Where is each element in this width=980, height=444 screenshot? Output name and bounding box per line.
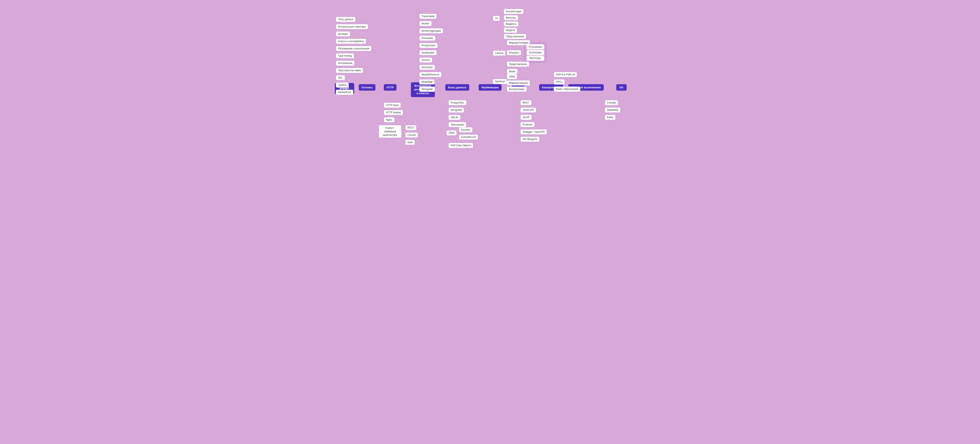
builtin-item: Generator — [419, 65, 435, 70]
builtin-item: WeakReference — [419, 72, 442, 77]
fw-symfony: Symfony — [493, 79, 507, 84]
http-item: Nginx — [384, 117, 395, 122]
laravel-eloquent: Eloquent — [507, 50, 521, 56]
bg-item: RabbitMQ — [605, 107, 620, 113]
builtin-item: IteratorAggregate — [419, 28, 443, 33]
db-pdo: PHP Data Objects — [449, 143, 473, 148]
symfony-item: Маршрутизация — [507, 80, 530, 86]
builtin-item: ArrayAccess — [419, 43, 438, 48]
fw-yii: Yii — [493, 16, 500, 21]
builtin-item: Throwable — [419, 35, 436, 41]
eloquent-item: Отношения — [527, 44, 544, 49]
laravel-predstavlenie: Представление — [507, 62, 530, 67]
osnovy-item: Классы и интерфейсы — [336, 38, 366, 44]
builtin-item: Closure — [419, 57, 432, 63]
api-item: SOAP — [520, 114, 532, 120]
builtin-item: Traversable — [419, 14, 437, 19]
osnovy-item: Расширение и реализация — [336, 46, 371, 51]
db-item: SQLite — [449, 114, 461, 120]
db-item: Транзакции — [449, 122, 466, 127]
yii-item: Модели — [504, 27, 517, 33]
osnovy-item: Контрольные структуры — [336, 24, 368, 29]
api-item: REST — [520, 100, 531, 105]
api-item: Swagger / OpenAPI — [520, 129, 547, 135]
yii-item: Виджеты — [504, 21, 519, 27]
db-orm-child: Doctrine — [459, 127, 473, 133]
main-http: HTTP — [384, 84, 397, 90]
api-item: Postman — [520, 122, 535, 127]
bg-item: Kafka — [605, 114, 616, 120]
cache-item: APCu — [554, 79, 565, 85]
db-item: MongoDB — [449, 107, 464, 113]
http-archi: Клиент-сервернаяархитектура — [379, 125, 401, 138]
yii-item: Фильтры — [504, 15, 519, 21]
laravel-blade: Blade — [507, 69, 518, 74]
builtin-item: Stringable — [419, 86, 435, 92]
archi-item: Куки — [405, 140, 415, 145]
api-item: API Blueprint — [520, 136, 539, 142]
main-db: Базы данных — [445, 84, 469, 90]
eloquent-item: Мутаторы — [527, 56, 544, 60]
eloquent-item: Коллекции — [527, 50, 544, 55]
bg-item: Crontab — [605, 100, 618, 105]
osnovy-item: Функции — [336, 31, 350, 36]
type-hinting-node: Type Hinting — [336, 53, 355, 59]
yii-item: Представления — [504, 34, 526, 39]
main-git: Git — [616, 84, 627, 90]
yii-item: Контроллеры — [504, 9, 524, 14]
http-item: HTTP body — [384, 103, 401, 108]
builtin-item: WeakMap — [419, 79, 435, 85]
api-item: JSON API — [520, 107, 536, 113]
builtin-item: Iterator — [419, 21, 432, 26]
db-orm: ORM — [446, 130, 457, 136]
archi-item: Сессия — [405, 132, 418, 138]
archi-item: REST — [405, 125, 417, 130]
main-osnovy: Основы — [359, 84, 375, 90]
db-item: PostgreSQL — [449, 100, 466, 105]
main-frameworks: Фреймворки — [479, 84, 501, 90]
osnovy-item: Исключения — [336, 60, 355, 66]
osnovy-item: Трейты — [336, 82, 349, 88]
cache-item: PSR-6 и PSR-16 — [554, 72, 577, 77]
db-orm-child: ActiveRecord — [459, 135, 478, 140]
fw-laravel: Laravel — [493, 51, 506, 56]
builtin-item: Serializable — [419, 50, 437, 56]
osnovy-item: Типы данных — [336, 17, 356, 22]
symfony-item: ORM — [507, 74, 517, 79]
osnovy-item: WorkerPool — [336, 90, 353, 95]
cache-item: Redis / Memcached — [554, 86, 581, 92]
symfony-item: Контроллеры — [507, 86, 527, 92]
osnovy-item: Пространство имён — [336, 68, 363, 73]
osnovy-item: SPL — [336, 75, 345, 81]
http-item: HTTP header — [384, 110, 403, 115]
